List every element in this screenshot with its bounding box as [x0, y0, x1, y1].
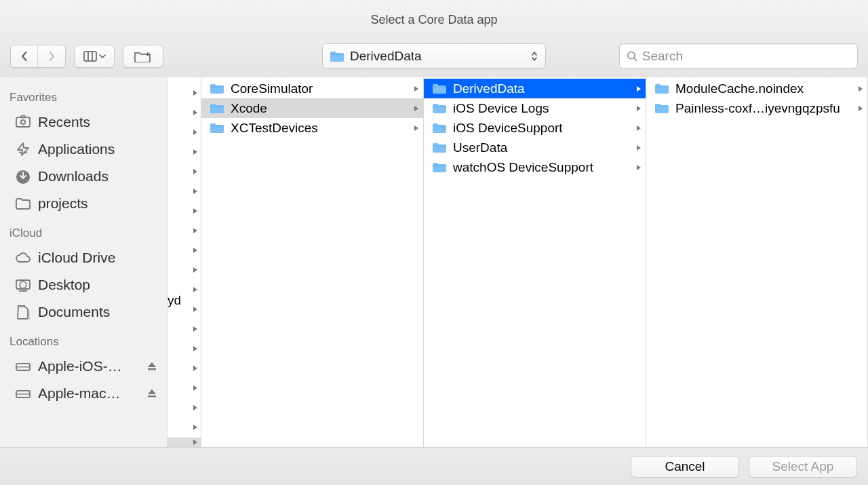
- folder-icon: [210, 83, 224, 95]
- path-dropdown[interactable]: DerivedData: [322, 43, 546, 69]
- cloud-icon: [15, 250, 31, 265]
- svg-point-12: [20, 282, 26, 288]
- back-button[interactable]: [11, 45, 38, 68]
- triangle-right-icon: [636, 85, 642, 92]
- search-box[interactable]: [619, 43, 858, 69]
- eject-button[interactable]: [146, 361, 157, 372]
- folder-icon: [432, 83, 447, 95]
- column-1[interactable]: CoreSimulatorXcodeXCTestDevices: [201, 77, 424, 447]
- column-parent-row[interactable]: [167, 220, 201, 240]
- list-item[interactable]: iOS DeviceSupport: [424, 118, 646, 138]
- svg-rect-19: [148, 395, 156, 397]
- sidebar-item-label: Apple-mac…: [38, 385, 120, 402]
- folder-icon: [330, 50, 344, 62]
- svg-line-6: [634, 58, 637, 60]
- triangle-right-icon: [193, 286, 198, 293]
- drive-icon: [15, 359, 31, 374]
- sidebar-item[interactable]: Apple-iOS-…: [0, 353, 167, 380]
- folder-icon: [210, 102, 224, 115]
- column-2[interactable]: DerivedDataiOS Device LogsiOS DeviceSupp…: [424, 77, 646, 447]
- triangle-right-icon: [636, 144, 642, 151]
- list-item[interactable]: watchOS DeviceSupport: [424, 157, 646, 177]
- recents-icon: [15, 115, 31, 130]
- drive-icon: [15, 386, 31, 401]
- sidebar-item[interactable]: Downloads: [0, 163, 167, 190]
- column-parent-row[interactable]: [167, 397, 201, 417]
- cancel-button[interactable]: Cancel: [631, 456, 739, 478]
- column-parent[interactable]: yd: [167, 77, 201, 447]
- column-parent-row[interactable]: [167, 181, 201, 201]
- column-parent-row[interactable]: [167, 260, 201, 279]
- desktop-icon: [15, 277, 31, 292]
- folder-icon: [654, 102, 669, 115]
- sidebar-item[interactable]: Desktop: [0, 271, 167, 298]
- search-input[interactable]: [642, 49, 850, 64]
- sidebar-item-label: Downloads: [38, 168, 108, 185]
- chevron-down-icon: [99, 54, 106, 59]
- sidebar-item-label: projects: [38, 195, 88, 212]
- column-parent-row[interactable]: [167, 240, 201, 260]
- path-label: DerivedData: [350, 49, 530, 64]
- column-parent-selected-row[interactable]: [167, 438, 201, 447]
- view-mode-button[interactable]: [74, 45, 115, 68]
- list-item[interactable]: ModuleCache.noindex: [646, 79, 867, 98]
- cancel-label: Cancel: [665, 459, 705, 474]
- svg-point-8: [21, 120, 25, 124]
- folder-icon: [432, 142, 447, 154]
- column-parent-row[interactable]: [167, 338, 201, 358]
- list-item[interactable]: CoreSimulator: [201, 79, 423, 98]
- triangle-right-icon: [193, 306, 198, 313]
- column-parent-row[interactable]: [167, 142, 201, 161]
- new-folder-button[interactable]: [123, 45, 163, 68]
- column-3[interactable]: ModuleCache.noindexPainless-coxf…iyevngq…: [646, 77, 868, 447]
- list-item[interactable]: Xcode: [201, 98, 423, 118]
- triangle-right-icon: [414, 125, 419, 132]
- svg-rect-7: [16, 117, 30, 127]
- sidebar-item[interactable]: iCloud Drive: [0, 244, 167, 271]
- sidebar-item[interactable]: Recents: [0, 109, 167, 136]
- column-parent-row[interactable]: [167, 161, 201, 181]
- folder-icon: [15, 196, 31, 211]
- search-icon: [627, 50, 638, 62]
- folder-plus-icon: [134, 50, 152, 62]
- sidebar-item-label: iCloud Drive: [38, 250, 115, 266]
- column-parent-row[interactable]: [167, 319, 201, 338]
- triangle-right-icon: [193, 267, 198, 273]
- column-parent-row[interactable]: [167, 122, 201, 142]
- column-parent-row[interactable]: [167, 83, 201, 102]
- triangle-right-icon: [193, 326, 198, 332]
- column-parent-row[interactable]: [167, 358, 201, 378]
- list-item[interactable]: UserData: [424, 138, 646, 157]
- column-parent-row[interactable]: [167, 102, 201, 122]
- sidebar-item-label: Apple-iOS-…: [38, 358, 122, 374]
- triangle-right-icon: [636, 125, 642, 132]
- column-parent-row[interactable]: [167, 417, 201, 437]
- list-item[interactable]: XCTestDevices: [201, 118, 423, 138]
- sidebar-item[interactable]: Applications: [0, 136, 167, 163]
- list-item[interactable]: iOS Device Logs: [424, 98, 646, 118]
- select-app-button[interactable]: Select App: [749, 456, 857, 478]
- list-item-label: XCTestDevices: [231, 121, 408, 136]
- triangle-right-icon: [414, 105, 419, 112]
- list-item[interactable]: DerivedData: [424, 79, 646, 98]
- sidebar-item[interactable]: Documents: [0, 298, 167, 326]
- list-item[interactable]: Painless-coxf…iyevngqzpsfu: [646, 98, 867, 118]
- eject-button[interactable]: [146, 388, 157, 399]
- list-item-label: watchOS DeviceSupport: [453, 160, 630, 175]
- list-item-label: CoreSimulator: [231, 81, 408, 96]
- list-item-label: ModuleCache.noindex: [675, 81, 852, 96]
- list-item-label: iOS DeviceSupport: [453, 121, 630, 136]
- forward-button[interactable]: [38, 45, 65, 68]
- column-parent-row[interactable]: [167, 378, 201, 397]
- column-parent-row[interactable]: [167, 201, 201, 220]
- sidebar-item[interactable]: Apple-mac…: [0, 380, 167, 407]
- sidebar-item[interactable]: projects: [0, 190, 167, 217]
- triangle-right-icon: [193, 227, 198, 234]
- triangle-right-icon: [193, 188, 198, 195]
- triangle-right-icon: [193, 385, 198, 391]
- eject-icon: [146, 388, 157, 399]
- triangle-right-icon: [858, 105, 863, 112]
- triangle-right-icon: [636, 164, 642, 171]
- triangle-right-icon: [193, 109, 198, 116]
- triangle-right-icon: [193, 365, 198, 372]
